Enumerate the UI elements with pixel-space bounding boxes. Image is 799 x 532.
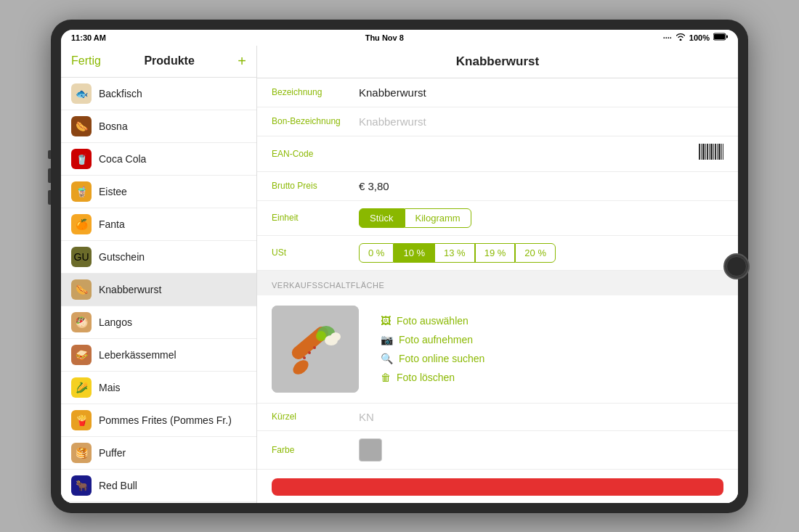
sidebar-item-icon-knabberwurst: 🌭 <box>71 279 92 300</box>
status-bar: 11:30 AM Thu Nov 8 ···· 100% <box>61 30 738 46</box>
bon-bezeichnung-field[interactable]: Knabberwurst <box>359 115 426 128</box>
bezeichnung-row: Bezeichnung Knabberwurst <box>257 78 738 107</box>
status-date: Thu Nov 8 <box>365 33 404 42</box>
sidebar-item-label-gutschein: Gutschein <box>99 251 145 263</box>
status-time: 11:30 AM <box>71 33 106 42</box>
farbe-color[interactable] <box>359 438 382 462</box>
sidebar-item-bosna[interactable]: 🌭Bosna <box>61 110 256 143</box>
delete-button[interactable] <box>272 478 723 496</box>
svg-point-20 <box>316 331 326 341</box>
sidebar-item-rosti[interactable]: 🥔Rösti <box>61 502 256 503</box>
volume-up-button[interactable] <box>48 168 51 183</box>
battery-icon <box>713 33 728 42</box>
sidebar-item-icon-redbull: 🐂 <box>71 475 92 496</box>
content-title: Knabberwurst <box>456 54 539 68</box>
home-button[interactable] <box>723 253 750 279</box>
volume-mute-button[interactable] <box>48 150 51 159</box>
einheit-kilogramm[interactable]: Kilogramm <box>405 208 471 228</box>
sidebar-item-fanta[interactable]: 🍊Fanta <box>61 208 256 241</box>
ust-10[interactable]: 10 % <box>394 243 434 263</box>
product-image-svg <box>272 306 359 393</box>
ust-13[interactable]: 13 % <box>434 243 475 263</box>
bezeichnung-value[interactable]: Knabberwurst <box>359 86 426 99</box>
battery-label: 100% <box>689 33 710 42</box>
bezeichnung-label: Bezeichnung <box>272 87 359 97</box>
sidebar: Fertig Produkte + 🐟Backfisch🌭Bosna🥤Coca … <box>61 46 257 503</box>
content-header: Knabberwurst <box>257 46 738 78</box>
sidebar-item-pommes[interactable]: 🍟Pommes Frites (Pommes Fr.) <box>61 404 256 437</box>
sidebar-item-label-knabberwurst: Knabberwurst <box>99 284 161 295</box>
svg-rect-9 <box>710 144 713 160</box>
brutto-preis-value[interactable]: € 3,80 <box>359 180 389 192</box>
sidebar-item-icon-backfisch: 🐟 <box>71 83 92 104</box>
preis-section: Brutto Preis € 3,80 Einheit Stück Kilogr… <box>257 172 738 271</box>
foto-auswaehlen-icon: 🖼 <box>381 315 391 327</box>
add-product-button[interactable]: + <box>238 53 246 70</box>
ust-0[interactable]: 0 % <box>359 243 394 263</box>
svg-point-25 <box>313 346 316 349</box>
fertig-button[interactable]: Fertig <box>71 54 101 67</box>
image-actions: 🖼 Foto auswählen 📷 Foto aufnehmen 🔍 Foto… <box>373 306 484 393</box>
sidebar-item-mais[interactable]: 🌽Mais <box>61 372 256 404</box>
sidebar-item-puffer[interactable]: 🥞Puffer <box>61 437 256 470</box>
svg-rect-11 <box>715 144 716 160</box>
sidebar-header: Fertig Produkte + <box>61 46 256 78</box>
sidebar-item-eistee[interactable]: 🧋Eistee <box>61 176 256 208</box>
sidebar-item-label-backfisch: Backfisch <box>99 88 142 99</box>
bon-bezeichnung-row: Bon-Bezeichnung Knabberwurst <box>257 107 738 136</box>
sidebar-item-backfisch[interactable]: 🐟Backfisch <box>61 78 256 110</box>
sidebar-item-label-coca-cola: Coca Cola <box>99 153 146 165</box>
sidebar-item-knabberwurst[interactable]: 🌭Knabberwurst <box>61 274 256 306</box>
ust-19[interactable]: 19 % <box>475 243 516 263</box>
sidebar-item-gutschein[interactable]: GUGutschein <box>61 241 256 274</box>
foto-auswaehlen-button[interactable]: 🖼 Foto auswählen <box>381 315 484 327</box>
svg-rect-14 <box>721 144 722 160</box>
foto-auswaehlen-label: Foto auswählen <box>397 315 469 327</box>
foto-aufnehmen-button[interactable]: 📷 Foto aufnehmen <box>381 334 484 345</box>
sidebar-item-label-redbull: Red Bull <box>99 480 137 491</box>
ust-20[interactable]: 20 % <box>515 243 556 263</box>
foto-online-label: Foto online suchen <box>399 353 484 364</box>
kurzel-value[interactable]: KN <box>359 411 374 423</box>
foto-loeschen-button[interactable]: 🗑 Foto löschen <box>381 372 484 383</box>
sidebar-item-label-pommes: Pommes Frites (Pommes Fr.) <box>99 414 232 426</box>
sidebar-item-label-bosna: Bosna <box>99 120 128 132</box>
form-section: Bezeichnung Knabberwurst Bon-Bezeichnung… <box>257 78 738 172</box>
kurzel-label: Kürzel <box>272 412 359 422</box>
volume-down-button[interactable] <box>48 190 51 205</box>
foto-loeschen-label: Foto löschen <box>397 372 455 383</box>
brutto-preis-label: Brutto Preis <box>272 181 359 191</box>
svg-rect-3 <box>699 144 700 160</box>
svg-rect-4 <box>701 144 702 160</box>
foto-loeschen-icon: 🗑 <box>381 372 391 383</box>
svg-point-23 <box>303 356 306 359</box>
barcode-icon[interactable] <box>699 144 723 164</box>
sidebar-item-langos[interactable]: 🥙Langos <box>61 306 256 339</box>
einheit-segment: Stück Kilogramm <box>359 208 471 228</box>
svg-point-24 <box>308 351 311 354</box>
sidebar-item-redbull[interactable]: 🐂Red Bull <box>61 470 256 502</box>
sidebar-item-icon-fanta: 🍊 <box>71 214 92 234</box>
signal-icon: ···· <box>663 33 672 42</box>
delete-btn-row <box>257 470 738 503</box>
foto-aufnehmen-label: Foto aufnehmen <box>399 334 473 345</box>
einheit-stueck[interactable]: Stück <box>359 208 405 228</box>
svg-rect-6 <box>705 144 706 160</box>
ean-label: EAN-Code <box>272 149 359 159</box>
svg-rect-8 <box>709 144 710 160</box>
sidebar-item-icon-pommes: 🍟 <box>71 410 92 430</box>
sidebar-item-coca-cola[interactable]: 🥤Coca Cola <box>61 143 256 176</box>
sidebar-item-icon-coca-cola: 🥤 <box>71 149 92 169</box>
foto-online-button[interactable]: 🔍 Foto online suchen <box>381 353 484 364</box>
verkauf-header: VERKAUFSSCHALTFLÄCHE <box>257 271 738 295</box>
sidebar-item-leberkassemmel[interactable]: 🥪Leberkässemmel <box>61 339 256 372</box>
svg-rect-2 <box>726 36 728 38</box>
sidebar-item-icon-leberkassemmel: 🥪 <box>71 345 92 365</box>
sidebar-item-icon-eistee: 🧋 <box>71 181 92 202</box>
product-image[interactable] <box>272 306 359 393</box>
bon-bezeichnung-label: Bon-Bezeichnung <box>272 116 359 126</box>
ust-segment: 0 % 10 % 13 % 19 % 20 % <box>359 243 556 263</box>
sidebar-item-icon-bosna: 🌭 <box>71 116 92 136</box>
verkauf-label: VERKAUFSSCHALTFLÄCHE <box>272 281 384 290</box>
foto-online-icon: 🔍 <box>381 353 393 364</box>
